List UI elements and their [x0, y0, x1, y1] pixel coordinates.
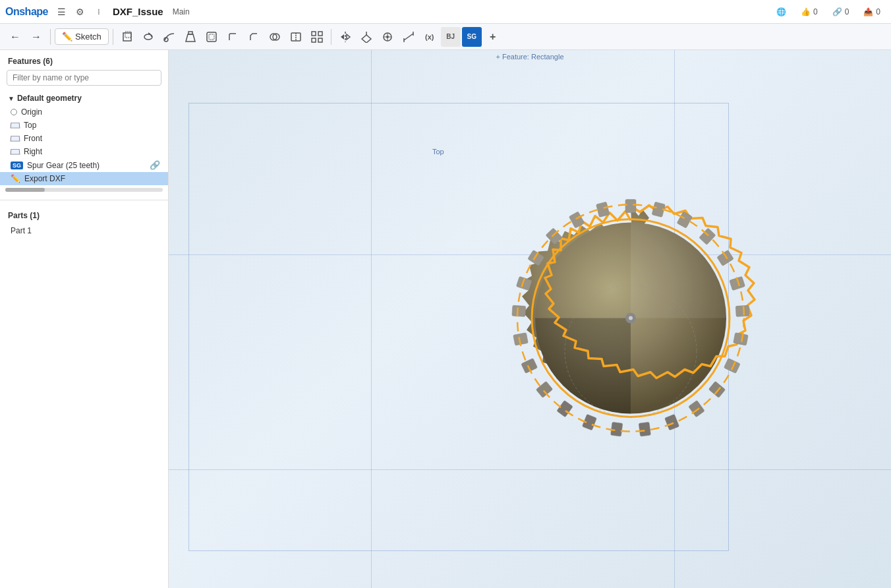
svg-rect-0: [123, 33, 131, 41]
like-count: 0: [813, 7, 818, 16]
sidebar-scrollbar-track[interactable]: [5, 188, 163, 192]
topbar: Onshape ☰ ⚙ ⁞ DXF_Issue Main 🌐 👍 0 🔗 0 📤…: [0, 0, 891, 24]
svg-rect-13: [318, 32, 322, 36]
toolbar-separator-1: [50, 29, 51, 45]
sg-badge: SG: [11, 162, 23, 169]
svg-rect-42: [639, 422, 650, 436]
svg-rect-14: [312, 38, 316, 42]
sketch-button[interactable]: ✏️ Sketch: [55, 28, 109, 45]
tree-item-top[interactable]: Top: [0, 119, 168, 132]
svg-point-22: [386, 36, 389, 38]
sidebar-scrollbar-thumb[interactable]: [5, 188, 45, 192]
gear-center-highlight: [629, 316, 633, 320]
tb-add[interactable]: +: [483, 27, 503, 47]
parts-header: Parts (1): [8, 211, 160, 220]
main-area: Features (6) ▼ Default geometry Origin T…: [0, 50, 891, 588]
tb-bj[interactable]: BJ: [441, 27, 461, 47]
tb-chamfer[interactable]: [244, 27, 264, 47]
sidebar-divider: [0, 200, 168, 200]
tb-fillet[interactable]: [223, 27, 243, 47]
features-header: Features (6): [0, 50, 168, 70]
settings-icon[interactable]: ⚙: [73, 5, 88, 19]
breadcrumb-text: + Feature: Rectangle: [496, 53, 563, 61]
link-icon: 🔗: [150, 160, 160, 170]
tb-boolean[interactable]: [265, 27, 285, 47]
sidebar: Features (6) ▼ Default geometry Origin T…: [0, 50, 169, 588]
sketch-label: Sketch: [75, 32, 101, 42]
share-icon: 📤: [863, 7, 873, 16]
sketch-pencil-icon: ✏️: [62, 32, 72, 42]
menu-icon[interactable]: ☰: [55, 5, 69, 19]
like-action[interactable]: 👍 0: [795, 6, 823, 18]
tb-pattern[interactable]: [307, 27, 327, 47]
svg-rect-15: [318, 38, 322, 42]
tree-item-origin[interactable]: Origin: [0, 105, 168, 119]
parts-section: Parts (1) Part 1: [0, 206, 168, 243]
tb-revolve[interactable]: [138, 27, 158, 47]
part1-item[interactable]: Part 1: [8, 224, 160, 237]
export-dxf-label: Export DXF: [24, 174, 65, 183]
svg-rect-7: [209, 34, 214, 40]
filter-input[interactable]: [7, 70, 161, 86]
svg-rect-12: [312, 32, 316, 36]
tb-loft[interactable]: [181, 27, 200, 47]
onshape-logo[interactable]: Onshape: [5, 6, 48, 18]
svg-rect-47: [521, 358, 537, 373]
globe-action[interactable]: 🌐: [771, 6, 791, 18]
share-count: 0: [876, 7, 880, 16]
tb-planes[interactable]: [357, 27, 376, 47]
origin-icon: [11, 109, 17, 115]
tree-item-right[interactable]: Right: [0, 145, 168, 158]
tb-sg[interactable]: SG: [462, 27, 482, 47]
tb-mate[interactable]: [378, 27, 397, 47]
tb-extrude[interactable]: [117, 27, 137, 47]
tree-item-front[interactable]: Front: [0, 132, 168, 145]
link-count: 0: [845, 7, 849, 16]
right-label: Right: [24, 147, 42, 156]
svg-rect-40: [688, 400, 704, 417]
back-button[interactable]: ←: [5, 27, 25, 47]
tb-shell[interactable]: [202, 27, 221, 47]
edit-icon: ✏️: [11, 174, 20, 183]
toolbar: ← → ✏️ Sketch (x: [0, 24, 891, 50]
gear-container: [489, 177, 772, 462]
grid-line-v1: [371, 50, 372, 588]
svg-rect-54: [596, 202, 609, 217]
like-icon: 👍: [801, 7, 811, 16]
svg-marker-18: [347, 34, 350, 40]
viewport[interactable]: Top + Feature: Rectangle: [169, 50, 891, 588]
share-action[interactable]: 📤 0: [858, 6, 886, 18]
spur-gear-label: Spur Gear (25 teeth): [27, 161, 100, 170]
link-action[interactable]: 🔗 0: [827, 6, 855, 18]
extra-icon[interactable]: ⁞: [92, 5, 106, 19]
svg-rect-32: [677, 212, 693, 228]
svg-marker-17: [341, 34, 344, 40]
tb-measure[interactable]: [399, 27, 418, 47]
chevron-down-icon: ▼: [8, 95, 14, 102]
gear-svg: [489, 177, 772, 460]
svg-rect-49: [511, 305, 525, 316]
svg-rect-30: [625, 200, 636, 213]
globe-icon: 🌐: [776, 7, 786, 16]
svg-rect-37: [733, 333, 748, 345]
top-plane-label: Top: [432, 148, 444, 156]
svg-rect-36: [735, 305, 749, 316]
tb-variables[interactable]: (x): [420, 27, 440, 47]
svg-marker-19: [362, 35, 371, 43]
svg-rect-38: [724, 358, 740, 373]
svg-rect-6: [207, 32, 216, 42]
tb-sweep[interactable]: [159, 27, 179, 47]
tb-mirror[interactable]: [335, 27, 355, 47]
breadcrumb-bar: + Feature: Rectangle: [496, 53, 563, 61]
svg-line-27: [404, 34, 413, 40]
tree-item-export-dxf[interactable]: ✏️ Export DXF: [0, 172, 168, 185]
plane-icon-top: [11, 123, 20, 129]
plane-icon-front: [11, 136, 20, 142]
default-geometry-section[interactable]: ▼ Default geometry: [0, 91, 168, 105]
doc-title: DXF_Issue: [113, 6, 163, 17]
default-geometry-label: Default geometry: [17, 94, 82, 103]
tb-split[interactable]: [286, 27, 306, 47]
tree-item-spur-gear[interactable]: SG Spur Gear (25 teeth) 🔗: [0, 158, 168, 172]
forward-button[interactable]: →: [26, 27, 46, 47]
plane-icon-right: [11, 149, 20, 155]
